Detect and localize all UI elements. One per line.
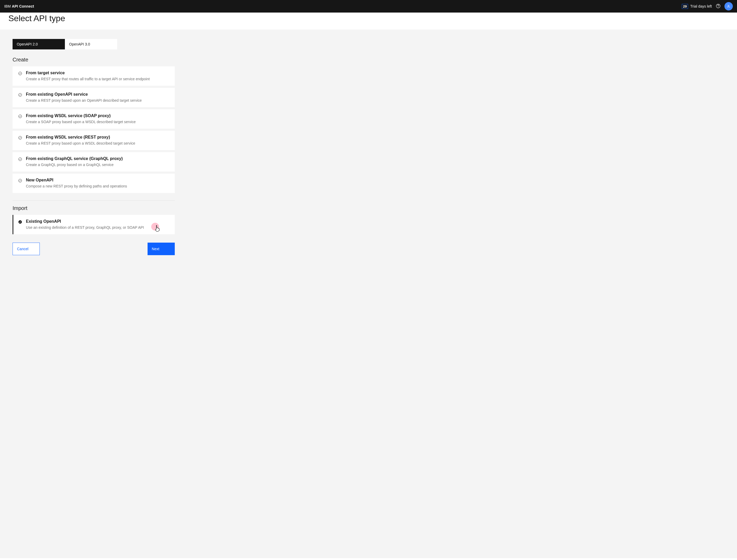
svg-point-8	[19, 220, 22, 224]
page-title: Select API type	[8, 14, 729, 23]
option-from-existing-openapi[interactable]: From existing OpenAPI service Create a R…	[13, 88, 175, 107]
app-header: IBM API Connect 29 Trial days left JL	[0, 0, 737, 13]
tab-label: OpenAPI 2.0	[17, 42, 38, 46]
radio-unselected-icon	[18, 179, 22, 184]
option-from-wsdl-soap[interactable]: From existing WSDL service (SOAP proxy) …	[13, 109, 175, 129]
help-icon	[716, 3, 721, 9]
option-text: From existing WSDL service (REST proxy) …	[26, 135, 135, 145]
option-from-target-service[interactable]: From target service Create a REST proxy …	[13, 66, 175, 86]
option-desc: Compose a new REST proxy by defining pat…	[26, 184, 127, 188]
tabs: OpenAPI 2.0 OpenAPI 3.0	[13, 39, 724, 49]
option-desc: Create a REST proxy based upon a WSDL de…	[26, 141, 135, 145]
trial-days-label: Trial days left	[690, 4, 712, 8]
option-title: From existing WSDL service (SOAP proxy)	[26, 113, 135, 118]
tab-openapi-2[interactable]: OpenAPI 2.0	[13, 39, 65, 49]
option-title: From target service	[26, 71, 150, 75]
wizard-actions: Cancel Next	[13, 243, 175, 255]
avatar-initials: JL	[727, 4, 730, 8]
option-title: From existing OpenAPI service	[26, 92, 142, 97]
svg-point-4	[19, 115, 22, 118]
header-actions: 29 Trial days left JL	[682, 2, 733, 10]
option-from-wsdl-rest[interactable]: From existing WSDL service (REST proxy) …	[13, 131, 175, 150]
create-options: From target service Create a REST proxy …	[13, 66, 175, 193]
radio-unselected-icon	[18, 114, 22, 119]
option-existing-openapi[interactable]: Existing OpenAPI Use an existing definit…	[13, 215, 175, 234]
button-label: Cancel	[17, 247, 29, 251]
title-area: Select API type	[0, 13, 737, 30]
option-title: Existing OpenAPI	[26, 219, 144, 224]
tab-openapi-3[interactable]: OpenAPI 3.0	[65, 39, 117, 49]
import-heading: Import	[13, 205, 724, 211]
svg-point-1	[718, 7, 718, 7]
radio-unselected-icon	[18, 71, 22, 77]
option-desc: Use an existing definition of a REST pro…	[26, 225, 144, 230]
radio-unselected-icon	[18, 157, 22, 162]
option-desc: Create a GraphQL proxy based on a GraphQ…	[26, 163, 123, 167]
option-text: From target service Create a REST proxy …	[26, 71, 150, 81]
option-title: New OpenAPI	[26, 178, 127, 182]
help-button[interactable]	[716, 4, 721, 9]
create-heading: Create	[13, 57, 724, 63]
svg-point-3	[19, 93, 22, 96]
option-desc: Create a REST proxy that routes all traf…	[26, 77, 150, 81]
option-title: From existing GraphQL service (GraphQL p…	[26, 156, 123, 161]
option-desc: Create a REST proxy based upon an OpenAP…	[26, 98, 142, 102]
option-text: From existing WSDL service (SOAP proxy) …	[26, 113, 135, 124]
button-label: Next	[152, 247, 159, 251]
svg-point-6	[19, 158, 22, 161]
radio-unselected-icon	[18, 93, 22, 98]
option-text: New OpenAPI Compose a new REST proxy by …	[26, 178, 127, 188]
option-title: From existing WSDL service (REST proxy)	[26, 135, 135, 140]
trial-days-count: 29	[682, 4, 688, 9]
brand: IBM API Connect	[4, 4, 34, 8]
svg-point-7	[19, 179, 22, 182]
section-divider	[13, 200, 175, 201]
next-button[interactable]: Next	[147, 243, 175, 255]
option-desc: Create a SOAP proxy based upon a WSDL de…	[26, 120, 135, 124]
import-options: Existing OpenAPI Use an existing definit…	[13, 215, 175, 234]
brand-area: IBM API Connect	[4, 4, 34, 8]
option-new-openapi[interactable]: New OpenAPI Compose a new REST proxy by …	[13, 174, 175, 193]
radio-selected-icon	[18, 220, 22, 225]
option-text: From existing OpenAPI service Create a R…	[26, 92, 142, 102]
tab-label: OpenAPI 3.0	[69, 42, 90, 46]
content-area: OpenAPI 2.0 OpenAPI 3.0 Create From targ…	[0, 30, 737, 558]
radio-unselected-icon	[18, 136, 22, 141]
svg-point-2	[19, 72, 22, 75]
svg-point-5	[19, 136, 22, 139]
trial-badge: 29 Trial days left	[682, 4, 712, 9]
option-from-graphql[interactable]: From existing GraphQL service (GraphQL p…	[13, 152, 175, 172]
brand-name: API Connect	[12, 4, 34, 8]
user-avatar[interactable]: JL	[724, 2, 733, 10]
option-text: From existing GraphQL service (GraphQL p…	[26, 156, 123, 167]
option-text: Existing OpenAPI Use an existing definit…	[26, 219, 144, 230]
brand-prefix: IBM	[4, 4, 12, 8]
cancel-button[interactable]: Cancel	[13, 243, 40, 255]
